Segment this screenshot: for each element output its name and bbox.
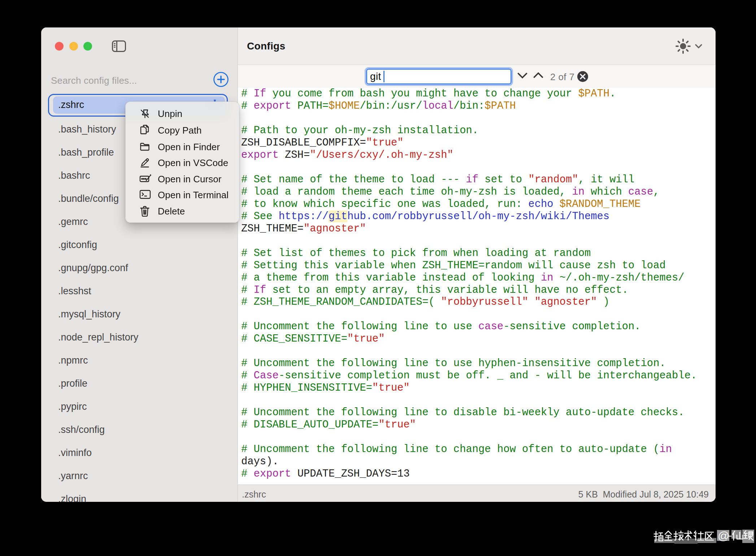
svg-text:@: @ [718,529,729,542]
